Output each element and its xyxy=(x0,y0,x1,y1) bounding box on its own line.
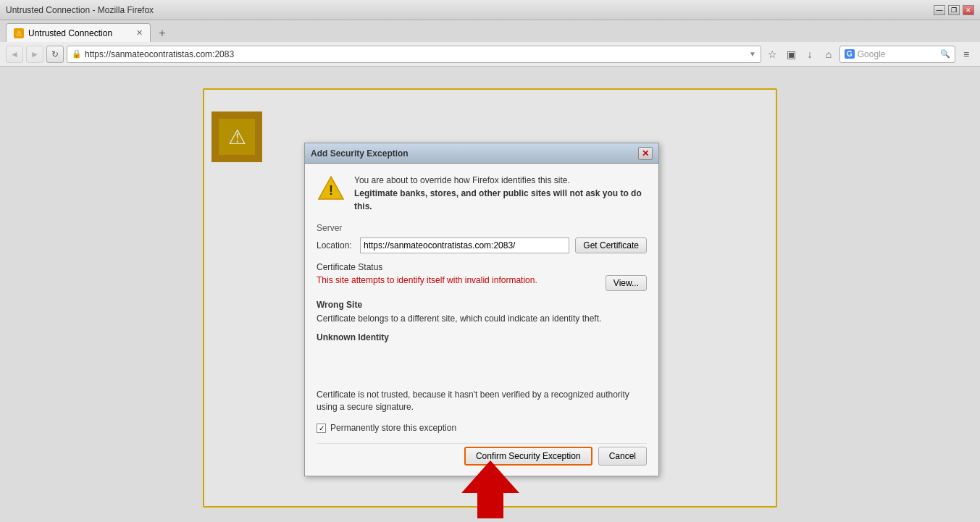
cancel-button[interactable]: Cancel xyxy=(598,447,647,466)
nav-right-controls: ☆ ▣ ↓ ⌂ G Google 🔍 ≡ xyxy=(764,46,974,63)
arrow-annotation xyxy=(454,457,527,522)
location-label: Location: xyxy=(317,240,354,251)
dialog-titlebar: Add Security Exception ✕ xyxy=(305,143,658,164)
unknown-identity-title: Unknown Identity xyxy=(317,332,647,342)
browser-content: ⚠ Add Security Exception ✕ xyxy=(0,67,980,522)
close-button[interactable]: ✕ xyxy=(963,5,974,15)
dialog-overlay: Add Security Exception ✕ ! xyxy=(0,67,980,522)
cert-status-header: Certificate Status xyxy=(317,262,647,272)
browser-title: Untrusted Connection - Mozilla Firefox xyxy=(6,5,154,15)
browser-window: Untrusted Connection - Mozilla Firefox —… xyxy=(0,0,980,522)
warning-text: You are about to override how Firefox id… xyxy=(354,174,647,213)
permanently-store-label: Permanently store this exception xyxy=(330,423,456,433)
cert-status-message-row: This site attempts to identify itself wi… xyxy=(317,275,647,291)
dialog-title: Add Security Exception xyxy=(311,148,638,159)
permanently-store-row: ✓ Permanently store this exception xyxy=(317,423,647,433)
restore-button[interactable]: ❐ xyxy=(948,5,960,15)
tab-label: Untrusted Connection xyxy=(28,28,112,38)
new-tab-button[interactable]: + xyxy=(154,25,171,42)
search-magnifier-icon: 🔍 xyxy=(940,49,950,59)
star-button[interactable]: ☆ xyxy=(764,46,780,62)
get-certificate-button[interactable]: Get Certificate xyxy=(575,237,647,253)
server-label: Server xyxy=(317,223,647,233)
search-bar[interactable]: G Google 🔍 xyxy=(839,46,955,63)
reload-button[interactable]: ↻ xyxy=(46,46,64,63)
address-text: https://sanmateocontratistas.com:2083 xyxy=(85,49,746,59)
unknown-identity-description: Certificate is not trusted, because it h… xyxy=(317,389,647,413)
add-security-exception-dialog: Add Security Exception ✕ ! xyxy=(304,143,659,476)
tab-warning-icon: ⚠ xyxy=(14,28,24,38)
nav-bar: ◄ ► ↻ 🔒 https://sanmateocontratistas.com… xyxy=(0,42,980,67)
warning-line2: Legitimate banks, stores, and other publ… xyxy=(354,187,647,213)
title-bar: Untrusted Connection - Mozilla Firefox —… xyxy=(0,0,980,20)
menu-button[interactable]: ≡ xyxy=(958,46,974,62)
home-button[interactable]: ⌂ xyxy=(821,46,837,62)
search-placeholder: Google xyxy=(858,49,937,59)
spacer xyxy=(317,345,647,389)
tab-close-button[interactable]: ✕ xyxy=(136,28,143,38)
google-search-icon: G xyxy=(845,49,855,59)
address-lock-icon: 🔒 xyxy=(72,49,82,59)
tab-bar: ⚠ Untrusted Connection ✕ + xyxy=(0,20,980,42)
svg-marker-2 xyxy=(461,460,519,518)
cert-status-section: Certificate Status This site attempts to… xyxy=(317,262,647,291)
dialog-close-button[interactable]: ✕ xyxy=(638,147,653,160)
address-dropdown-icon: ▼ xyxy=(749,50,756,58)
warning-triangle-icon: ! xyxy=(317,174,345,203)
bookmark-button[interactable]: ▣ xyxy=(783,46,799,62)
location-input[interactable] xyxy=(360,237,569,253)
minimize-button[interactable]: — xyxy=(934,5,945,15)
warning-line1: You are about to override how Firefox id… xyxy=(354,175,570,185)
svg-text:!: ! xyxy=(329,183,333,198)
server-section: Server Location: Get Certificate xyxy=(317,223,647,253)
forward-button[interactable]: ► xyxy=(26,46,43,63)
wrong-site-description: Certificate belongs to a different site,… xyxy=(317,313,647,325)
issues-section: Wrong Site Certificate belongs to a diff… xyxy=(317,300,647,413)
cert-status-text: This site attempts to identify itself wi… xyxy=(317,275,537,285)
view-certificate-button[interactable]: View... xyxy=(606,275,647,291)
permanently-store-checkbox[interactable]: ✓ xyxy=(317,424,326,433)
warning-section: ! You are about to override how Firefox … xyxy=(317,174,647,213)
download-button[interactable]: ↓ xyxy=(802,46,818,62)
wrong-site-title: Wrong Site xyxy=(317,300,647,310)
active-tab[interactable]: ⚠ Untrusted Connection ✕ xyxy=(6,23,151,42)
back-button[interactable]: ◄ xyxy=(6,46,23,63)
address-bar[interactable]: 🔒 https://sanmateocontratistas.com:2083 … xyxy=(67,46,761,63)
window-controls: — ❐ ✕ xyxy=(934,5,974,15)
dialog-body: ! You are about to override how Firefox … xyxy=(305,164,658,476)
location-row: Location: Get Certificate xyxy=(317,237,647,253)
